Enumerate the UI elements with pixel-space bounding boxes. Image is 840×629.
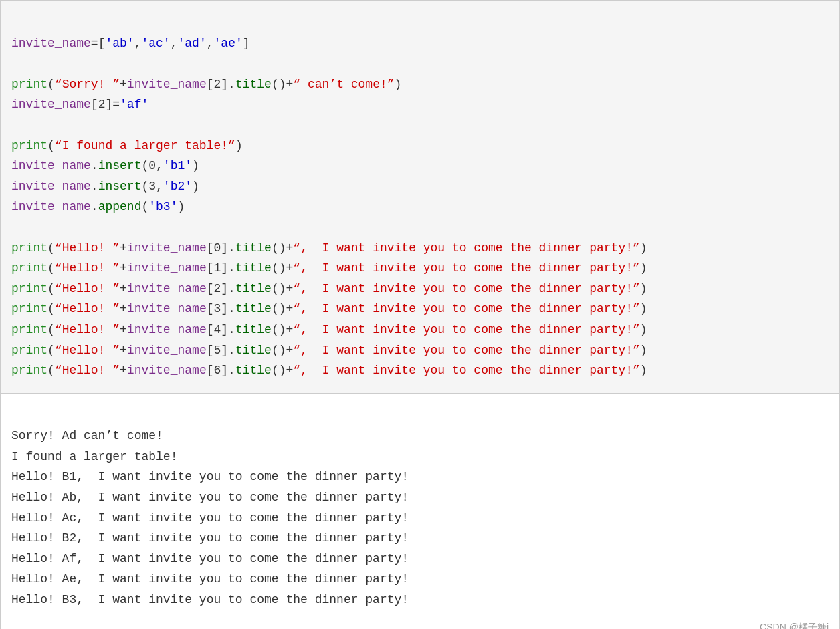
output-line-2: I found a larger table! xyxy=(11,450,177,463)
code-line-7: invite_name.insert(0,'b1') xyxy=(11,159,199,172)
code-line-4: invite_name[2]='af' xyxy=(11,98,148,111)
code-line-6: print(“I found a larger table!”) xyxy=(11,139,243,152)
code-line-3: print(“Sorry! ”+invite_name[2].title()+“… xyxy=(11,78,401,91)
output-line-1: Sorry! Ad can’t come! xyxy=(11,429,163,443)
watermark: CSDN @橘子糖i xyxy=(760,620,829,629)
output-line-9: Hello! B3, I want invite you to come the… xyxy=(11,593,409,606)
code-line-12: print(“Hello! ”+invite_name[1].title()+“… xyxy=(11,261,647,275)
output-line-7: Hello! Af, I want invite you to come the… xyxy=(11,552,409,565)
code-panel: invite_name=['ab','ac','ad','ae'] print(… xyxy=(0,0,840,394)
code-line-17: print(“Hello! ”+invite_name[6].title()+“… xyxy=(11,364,647,377)
code-line-8: invite_name.insert(3,'b2') xyxy=(11,180,199,193)
code-line-15: print(“Hello! ”+invite_name[4].title()+“… xyxy=(11,323,647,336)
output-line-3: Hello! B1, I want invite you to come the… xyxy=(11,470,409,483)
code-line-1: invite_name=['ab','ac','ad','ae'] xyxy=(11,37,250,50)
code-line-16: print(“Hello! ”+invite_name[5].title()+“… xyxy=(11,344,647,357)
output-line-8: Hello! Ae, I want invite you to come the… xyxy=(11,572,409,586)
code-line-13: print(“Hello! ”+invite_name[2].title()+“… xyxy=(11,282,647,295)
code-line-14: print(“Hello! ”+invite_name[3].title()+“… xyxy=(11,302,647,316)
code-line-11: print(“Hello! ”+invite_name[0].title()+“… xyxy=(11,241,647,255)
output-line-5: Hello! Ac, I want invite you to come the… xyxy=(11,511,409,525)
code-line-9: invite_name.append('b3') xyxy=(11,200,185,213)
output-line-6: Hello! B2, I want invite you to come the… xyxy=(11,531,409,545)
output-panel: Sorry! Ad can’t come! I found a larger t… xyxy=(0,394,840,629)
output-line-4: Hello! Ab, I want invite you to come the… xyxy=(11,491,409,504)
